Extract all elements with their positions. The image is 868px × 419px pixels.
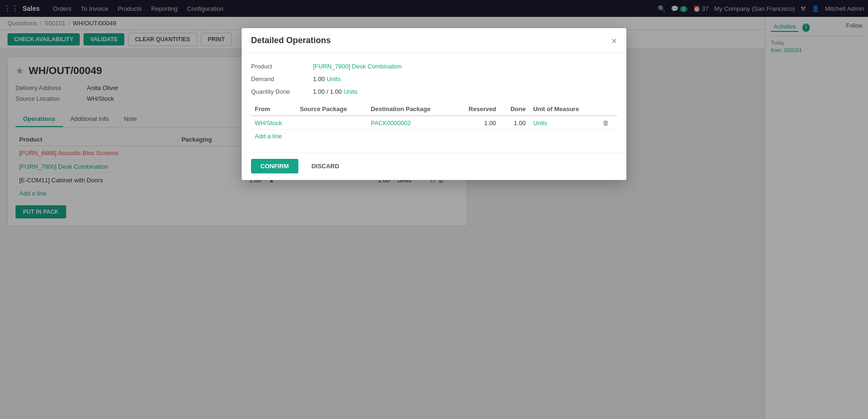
modal-row-dest-pkg[interactable]: PACK0000002 xyxy=(371,120,411,127)
modal-overlay: Detailed Operations × Product [FURN_7800… xyxy=(0,0,868,234)
modal-row-source-pkg xyxy=(296,116,367,130)
modal-qty-done-row: Quantity Done 1.00 / 1.00 Units xyxy=(251,88,617,95)
modal-demand-label: Demand xyxy=(251,75,307,82)
modal-row-unit[interactable]: Units xyxy=(533,120,547,127)
modal-header: Detailed Operations × xyxy=(242,28,626,53)
modal-row-done: 1.00 xyxy=(500,116,529,130)
modal-operations-table: From Source Package Destination Package … xyxy=(251,103,617,130)
modal-product-label: Product xyxy=(251,63,307,70)
discard-button[interactable]: DISCARD xyxy=(304,159,347,173)
modal-qty-done-qty: 1.00 / 1.00 xyxy=(313,88,342,95)
modal-product-value: [FURN_7800] Desk Combination xyxy=(313,63,402,70)
modal-footer: CONFIRM DISCARD xyxy=(242,152,626,180)
modal-col-from: From xyxy=(251,103,296,116)
modal-qty-done-unit[interactable]: Units xyxy=(343,88,358,95)
modal-row-delete-icon[interactable]: 🗑 xyxy=(602,119,609,127)
modal-col-done: Done xyxy=(500,103,529,116)
modal-demand-qty: 1.00 xyxy=(313,75,325,82)
modal-demand-unit[interactable]: Units xyxy=(327,75,341,82)
confirm-button[interactable]: CONFIRM xyxy=(251,159,298,173)
modal-col-reserved: Reserved xyxy=(454,103,500,116)
modal-add-line-link[interactable]: Add a line xyxy=(251,130,286,142)
modal-product-row: Product [FURN_7800] Desk Combination xyxy=(251,63,617,70)
modal-col-source-pkg: Source Package xyxy=(296,103,367,116)
modal-demand-value: 1.00 Units xyxy=(313,75,341,82)
modal-qty-done-value: 1.00 / 1.00 Units xyxy=(313,88,358,95)
modal-body: Product [FURN_7800] Desk Combination Dem… xyxy=(242,53,626,152)
modal-row-from[interactable]: WH/Stock xyxy=(255,120,282,127)
modal-qty-done-label: Quantity Done xyxy=(251,88,307,95)
modal-demand-row: Demand 1.00 Units xyxy=(251,75,617,82)
detailed-operations-modal: Detailed Operations × Product [FURN_7800… xyxy=(242,28,626,180)
modal-col-uom: Unit of Measure xyxy=(529,103,599,116)
modal-product-link[interactable]: [FURN_7800] Desk Combination xyxy=(313,63,402,70)
modal-close-button[interactable]: × xyxy=(611,36,617,45)
modal-row-reserved: 1.00 xyxy=(454,116,500,130)
modal-col-delete xyxy=(599,103,617,116)
modal-col-dest-pkg: Destination Package xyxy=(367,103,454,116)
modal-table-row: WH/Stock PACK0000002 1.00 1.00 Units 🗑 xyxy=(251,116,617,130)
modal-title: Detailed Operations xyxy=(251,36,331,45)
